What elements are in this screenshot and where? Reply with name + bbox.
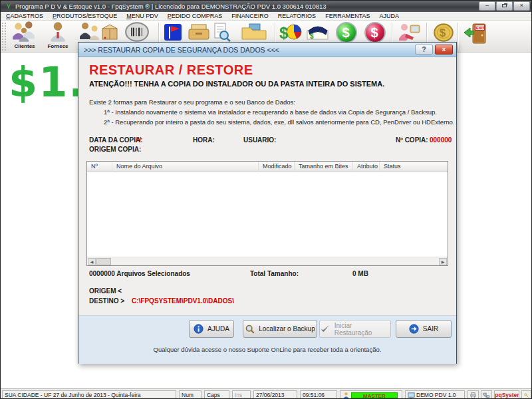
ncopia-value: 000000 [430,136,452,144]
dialog-intro: Existe 2 formas para Restaurar o seu pro… [89,98,295,106]
menu-bar: CADASTROS PRODUTOS/ESTOQUE MENU PDV PEDI… [1,12,532,21]
user-badge: MASTER [351,392,398,398]
status-brand: FpqSystem [494,390,519,399]
document-search-icon [212,21,231,43]
drawer-icon [188,21,210,43]
hora-label: HORA: [193,136,215,144]
ncopia-label: Nº COPIA: [396,136,428,144]
close-icon: × [442,46,446,53]
button-label: Localizar o Backup [259,325,315,332]
dollar-glyph: $ [310,33,314,40]
window-title: Programa P D V & Estoque v1.0 - FpqSyste… [15,3,327,10]
origem-copia-label: ORIGEM COPIA: [89,146,141,153]
backup-file-list[interactable]: Nº Nome do Arquivo Modificado Tamanho em… [86,161,448,266]
menu-ajuda[interactable]: AJUDA [379,13,399,19]
data-copia-value: / / [136,136,141,144]
money-green-orb-icon: $ [334,21,358,44]
toolbar-button-fornecedores[interactable]: Fornece [42,21,74,52]
iniciar-restauracao-button[interactable]: Iniciar Restauração [319,320,391,338]
coin-icon: $ [432,21,456,43]
status-num: Num [179,390,201,399]
button-label: AJUDA [207,325,229,332]
status-network[interactable] [481,390,492,399]
dialog-body: RESTAURAR / RESTORE ATENÇÃO!!! TENHA A C… [78,57,456,364]
support-note: Qualquer dúvida acesse o nosso Suporte O… [78,346,456,353]
application-window: Programa P D V & Estoque v1.0 - FpqSyste… [0,0,532,399]
toolbar-label: Clientes [14,43,35,49]
close-button[interactable]: × [513,1,530,11]
restore-button[interactable] [496,1,513,11]
dialog-heading: RESTAURAR / RESTORE [89,63,253,78]
product-box-icon [98,21,122,43]
dialog-warning: ATENÇÃO!!! TENHA A COPIA DO INSTALADOR O… [89,80,384,88]
horizontal-scrollbar[interactable]: ◀ ▶ [87,257,448,265]
toolbar-button-sair[interactable]: EXIT [462,21,489,52]
dollar-glyph: $ [342,25,350,40]
status-date: 27/06/2013 [253,390,297,399]
sair-button[interactable]: SAIR [396,320,452,338]
menu-ferramentas[interactable]: FERRAMENTAS [325,13,370,19]
dialog-option-1: 1ª - Instalando novamente o sistema via … [104,108,437,116]
dialog-titlebar[interactable]: >>> RESTAURAR COPIA DE SEGURANÇA DOS DAD… [78,43,456,57]
restore-icon [502,4,507,7]
barcode-icon [124,21,150,43]
menu-produtos-estoque[interactable]: PRODUTOS/ESTOQUE [53,13,117,19]
dollar-glyph: $ [371,25,378,40]
menu-financeiro[interactable]: FINANCEIRO [231,13,269,19]
status-printer[interactable] [467,390,479,399]
dollar-glyph: $ [279,24,289,42]
file-list-header: Nº Nome do Arquivo Modificado Tamanho em… [87,162,448,172]
dialog-footer: AJUDA Localizar o Backup Iniciar Restaur… [78,315,456,364]
arrow-right-circle-icon [409,324,419,334]
column-modificado[interactable]: Modificado [259,162,295,172]
localizar-backup-button[interactable]: Localizar o Backup [243,320,317,338]
toolbar-separator [458,23,458,51]
menu-pedido-compras[interactable]: PEDIDO COMPRAS [168,13,223,19]
column-status[interactable]: Status [380,162,446,172]
usuario-label: USUARIO: [243,136,276,144]
menu-relatorios[interactable]: RELATÓRIOS [278,13,316,19]
button-label: SAIR [423,325,438,332]
finance-pie-icon: $ [278,21,303,43]
scrollbar-thumb[interactable] [96,258,111,265]
arrow-left-icon: ◀ [90,260,94,264]
column-numero[interactable]: Nº [87,162,112,172]
column-atributo[interactable]: Atributo [353,162,380,172]
app-logo-icon [5,3,13,11]
total-tamanho-label: Total Tamanho: [250,270,299,277]
suppliers-icon [44,21,72,43]
info-icon [194,324,203,334]
column-tamanho[interactable]: Tamanho em Bites [295,162,353,172]
window-titlebar: Programa P D V & Estoque v1.0 - FpqSyste… [1,1,532,12]
arrow-right-icon: ▶ [442,260,445,264]
status-caps: Caps [204,390,229,399]
status-time: 09:51:06 [300,390,337,399]
ajuda-button[interactable]: AJUDA [189,320,234,338]
search-icon [245,324,255,334]
dialog-option-2: 2ª - Recuperando por inteiro a pasta do … [104,118,454,126]
checkbook-icon: $ [305,21,331,43]
menu-menu-pdv[interactable]: MENU PDV [126,13,158,19]
toolbar-button-clientes[interactable]: Clientes [9,21,41,52]
flag-icon [163,21,183,43]
origem-path: ORIGEM < [89,287,122,295]
status-key[interactable] [521,390,531,399]
exit-door-icon: EXIT [462,21,489,45]
status-bar: SUA CIDADE - UF 27 de Junho de 2013 - Qu… [1,388,532,399]
network-icon [483,392,489,399]
restore-dialog: >>> RESTAURAR COPIA DE SEGURANÇA DOS DAD… [78,42,457,364]
computer-icon [408,392,415,399]
column-nome-arquivo[interactable]: Nome do Arquivo [112,162,259,172]
total-tamanho-value: 0 MB [352,270,368,277]
toolbar-grip[interactable] [1,22,7,51]
status-ins: Ins [232,390,251,399]
scroll-right-arrow[interactable]: ▶ [439,258,447,265]
scroll-left-arrow[interactable]: ◀ [88,258,96,265]
support-person-icon [396,21,423,43]
printer-icon [470,392,476,399]
menu-cadastros[interactable]: CADASTROS [6,13,43,19]
dialog-close-button[interactable]: × [435,45,453,55]
minimize-button[interactable]: – [479,1,495,11]
dialog-help-button[interactable]: ? [415,45,433,55]
money-red-orb-icon: $ [363,21,387,44]
